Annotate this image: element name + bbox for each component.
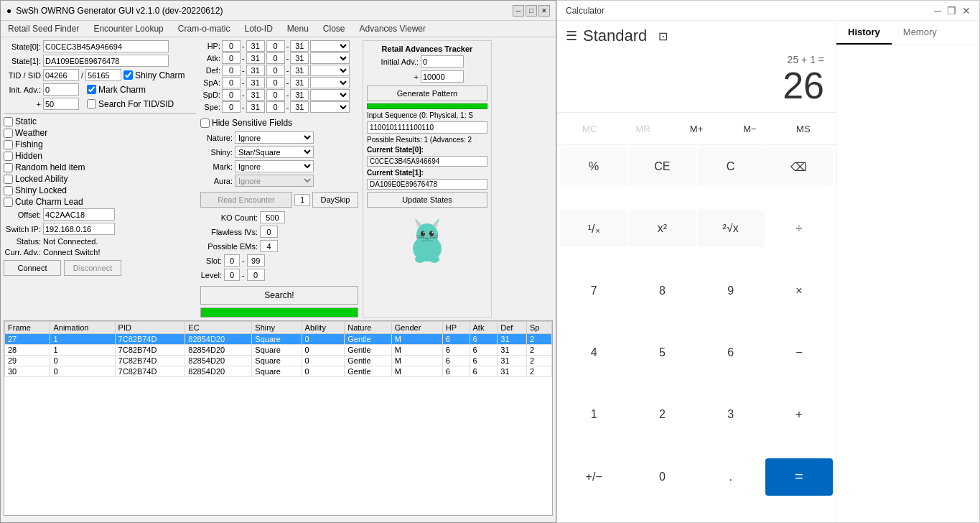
calc-mplus-button[interactable]: M+ [670, 116, 723, 142]
level-max-input[interactable] [247, 269, 265, 281]
static-checkbox[interactable] [4, 117, 13, 126]
calc-backspace-button[interactable]: ⌫ [765, 148, 833, 185]
calc-add-button[interactable]: + [765, 396, 833, 433]
hide-sensitive-checkbox-row[interactable]: Hide Sensitive Fields [200, 118, 358, 128]
close-button[interactable]: ✕ [538, 5, 550, 17]
tid-input[interactable] [43, 69, 79, 81]
sid-input[interactable] [85, 69, 121, 81]
stat-dropdown-1[interactable] [310, 52, 350, 64]
hide-sensitive-checkbox[interactable] [200, 119, 210, 128]
calc-minimize-button[interactable]: ─ [934, 5, 941, 17]
calc-multiply-button[interactable]: × [765, 272, 833, 310]
menu-advances-viewer[interactable]: Advances Viewer [355, 22, 431, 35]
mark-charm-checkbox-row[interactable]: Mark Charm [87, 85, 146, 95]
calc-percent-button[interactable]: % [560, 148, 627, 185]
calc-memory-tab[interactable]: Memory [892, 21, 948, 45]
calc-six-button[interactable]: 6 [697, 334, 765, 371]
table-row[interactable]: 2717C82B74D82854D20Square0GentleM66312 [5, 334, 552, 345]
calc-clear-button[interactable]: C [697, 148, 765, 185]
shiny-locked-checkbox-row[interactable]: Shiny Locked [4, 185, 196, 195]
calc-zero-button[interactable]: 0 [628, 458, 696, 496]
calc-equals-button[interactable]: = [765, 458, 833, 496]
stat-min-4[interactable] [222, 89, 241, 101]
fishing-checkbox-row[interactable]: Fishing [4, 139, 196, 149]
stat-max-1[interactable] [246, 52, 265, 64]
connect-button[interactable]: Connect [4, 260, 61, 276]
tracker-plus-input[interactable] [421, 70, 464, 83]
cute-charm-checkbox-row[interactable]: Cute Charm Lead [4, 197, 196, 207]
possible-ems-input[interactable] [260, 240, 278, 252]
update-states-button[interactable]: Update States [367, 192, 487, 208]
menu-encounter-lookup[interactable]: Encounter Lookup [89, 22, 167, 35]
read-encounter-button[interactable]: Read Encounter [200, 192, 292, 208]
stat-dropdown-0[interactable] [310, 40, 350, 52]
stat-max2-1[interactable] [290, 52, 309, 64]
weather-checkbox[interactable] [4, 129, 13, 138]
calc-sqrt-button[interactable]: ²√x [697, 210, 765, 247]
shiny-select[interactable]: Star/Square [235, 146, 314, 158]
calc-close-button[interactable]: ✕ [962, 5, 971, 17]
stat-max2-3[interactable] [290, 77, 309, 88]
switch-ip-input[interactable] [43, 223, 115, 235]
calc-history-tab[interactable]: History [836, 21, 892, 45]
calc-reciprocal-button[interactable]: ¹/ₓ [560, 210, 627, 247]
init-adv-input[interactable] [43, 83, 79, 96]
stat-max2-2[interactable] [290, 65, 309, 76]
hidden-checkbox-row[interactable]: Hidden [4, 151, 196, 161]
stat-dropdown-2[interactable] [310, 65, 350, 76]
level-min-input[interactable] [224, 269, 240, 281]
calc-five-button[interactable]: 5 [628, 334, 696, 371]
menu-menu[interactable]: Menu [283, 22, 313, 35]
tracker-init-adv-input[interactable] [421, 55, 464, 68]
aura-select[interactable]: Ignore [235, 175, 314, 187]
calc-ms-button[interactable]: MS [777, 116, 830, 142]
offset-input[interactable] [43, 208, 115, 221]
slot-max-input[interactable] [247, 254, 265, 267]
calc-restore-button[interactable]: ❐ [947, 5, 956, 17]
fishing-checkbox[interactable] [4, 140, 13, 149]
calc-decimal-button[interactable]: . [697, 458, 765, 496]
stat-min2-4[interactable] [266, 89, 285, 101]
weather-checkbox-row[interactable]: Weather [4, 128, 196, 138]
stat-min2-3[interactable] [266, 77, 285, 88]
stat-min-1[interactable] [222, 52, 241, 64]
calc-mc-button[interactable]: MC [563, 116, 616, 142]
stat-max-3[interactable] [246, 77, 265, 88]
plus-input[interactable] [43, 98, 79, 110]
mark-charm-checkbox[interactable] [87, 85, 96, 94]
table-row[interactable]: 2907C82B74D82854D20Square0GentleM66312 [5, 356, 552, 366]
calc-negate-button[interactable]: +/− [560, 458, 627, 496]
minimize-button[interactable]: ─ [513, 5, 524, 17]
stat-min2-2[interactable] [266, 65, 285, 76]
calc-ce-button[interactable]: CE [628, 148, 696, 185]
calc-mminus-button[interactable]: M− [723, 116, 776, 142]
calc-mr-button[interactable]: MR [616, 116, 669, 142]
calc-four-button[interactable]: 4 [560, 334, 627, 371]
stat-max2-4[interactable] [290, 89, 309, 101]
stat-max-2[interactable] [246, 65, 265, 76]
stat-max-4[interactable] [246, 89, 265, 101]
stat-min-3[interactable] [222, 77, 241, 88]
search-button[interactable]: Search! [200, 286, 358, 305]
encounter-num-input[interactable] [294, 194, 310, 206]
calc-two-button[interactable]: 2 [628, 396, 696, 433]
shiny-locked-checkbox[interactable] [4, 186, 13, 195]
stat-max-5[interactable] [246, 101, 265, 113]
shiny-charm-checkbox-row[interactable]: Shiny Charm [123, 70, 185, 80]
stat-dropdown-4[interactable] [310, 89, 350, 101]
calc-three-button[interactable]: 3 [697, 396, 765, 433]
calc-divide-button[interactable]: ÷ [765, 210, 833, 247]
maximize-button[interactable]: □ [526, 5, 537, 17]
calc-hamburger-button[interactable]: ☰ [566, 28, 577, 44]
stat-max-0[interactable] [246, 40, 265, 52]
table-row[interactable]: 2817C82B74D82854D20Square0GentleM66312 [5, 345, 552, 356]
disconnect-button[interactable]: Disconnect [64, 260, 121, 276]
menu-close[interactable]: Close [319, 22, 350, 35]
calc-seven-button[interactable]: 7 [560, 272, 627, 310]
state0-input[interactable] [43, 40, 169, 52]
stat-max2-0[interactable] [290, 40, 309, 52]
calc-nine-button[interactable]: 9 [697, 272, 765, 310]
hidden-checkbox[interactable] [4, 152, 13, 161]
stat-min-5[interactable] [222, 101, 241, 113]
stat-max2-5[interactable] [290, 101, 309, 113]
